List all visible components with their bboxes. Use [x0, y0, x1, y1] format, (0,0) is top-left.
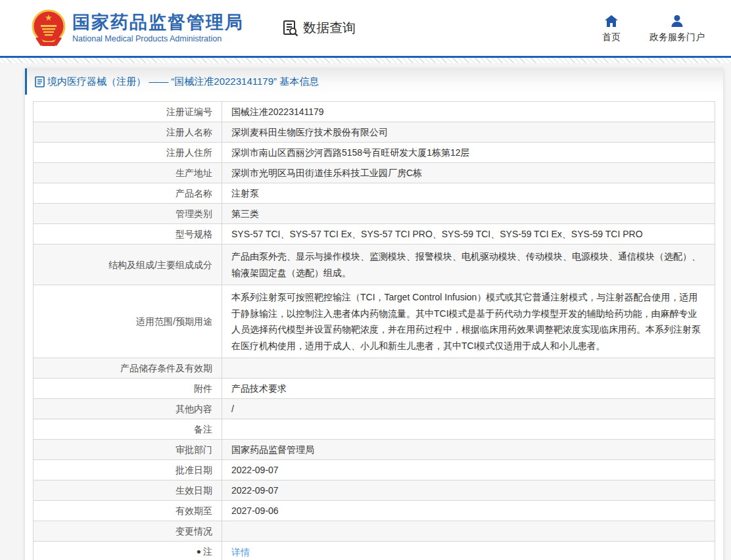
table-row: 适用范围/预期用途本系列注射泵可按照靶控输注（TCI，Target Contro… [34, 285, 715, 358]
info-table-body: 注册证编号国械注准20223141179注册人名称深圳麦科田生物医疗技术股份有限… [34, 102, 715, 560]
row-label: 产品名称 [34, 183, 222, 204]
row-label: 变更情况 [34, 521, 222, 542]
org-title-block: 国家药品监督管理局 National Medical Products Admi… [72, 12, 244, 43]
table-row: 生产地址深圳市光明区马田街道佳乐科技工业园厂房C栋 [34, 163, 715, 183]
table-row: 注册证编号国械注准20223141179 [34, 102, 715, 122]
row-label: 注册证编号 [34, 102, 222, 122]
row-value: SYS-57 TCI、SYS-57 TCI Ex、SYS-57 TCI PRO、… [222, 224, 715, 245]
card-title-bar: 境内医疗器械（注册） —— “国械注准20223141179” 基本信息 [25, 68, 723, 95]
row-value: 第三类 [222, 204, 715, 224]
table-row: 注册人名称深圳麦科田生物医疗技术股份有限公司 [34, 122, 715, 143]
org-name-en: National Medical Products Administration [72, 34, 244, 43]
row-label: 备注 [34, 419, 222, 440]
data-query-section[interactable]: 数据查询 [282, 19, 356, 37]
home-icon [603, 13, 619, 29]
detail-link[interactable]: 详情 [231, 547, 250, 557]
info-card: 境内医疗器械（注册） —— “国械注准20223141179” 基本信息 注册证… [25, 68, 723, 560]
hatch-divider [0, 58, 731, 63]
table-wrap: 注册证编号国械注准20223141179注册人名称深圳麦科田生物医疗技术股份有限… [33, 101, 715, 560]
row-value: 国械注准20223141179 [222, 102, 715, 122]
data-query-label: 数据查询 [303, 19, 356, 37]
page-title: 境内医疗器械（注册） —— “国械注准20223141179” 基本信息 [47, 76, 319, 88]
table-row: 产品名称注射泵 [34, 183, 715, 204]
row-label: 注册人住所 [34, 143, 222, 163]
page-area: 境内医疗器械（注册） —— “国械注准20223141179” 基本信息 注册证… [0, 63, 731, 560]
row-value: 本系列注射泵可按照靶控输注（TCI，Target Control Infusio… [222, 285, 715, 358]
site-header: 国家药品监督管理局 National Medical Products Admi… [0, 0, 731, 58]
row-label: 产品储存条件及有效期 [34, 358, 222, 379]
row-label: 附件 [34, 379, 222, 399]
table-row: 管理类别第三类 [34, 204, 715, 224]
table-row: 批准日期2022-09-07 [34, 460, 715, 480]
org-name-cn: 国家药品监督管理局 [72, 12, 244, 33]
document-icon [35, 76, 45, 87]
table-row: ●注详情 [34, 542, 715, 560]
row-label: 生效日期 [34, 480, 222, 501]
row-label: 结构及组成/主要组成成分 [34, 245, 222, 285]
row-value [222, 521, 715, 542]
table-row: 变更情况 [34, 521, 715, 542]
row-value: 国家药品监督管理局 [222, 440, 715, 460]
top-nav: 首页 政务服务门户 [602, 13, 705, 43]
table-row: 型号规格SYS-57 TCI、SYS-57 TCI Ex、SYS-57 TCI … [34, 224, 715, 245]
row-label: 有效期至 [34, 501, 222, 521]
row-label: 注册人名称 [34, 122, 222, 143]
row-label: 型号规格 [34, 224, 222, 245]
nav-item-label: 首页 [602, 32, 621, 43]
row-label: 生产地址 [34, 163, 222, 183]
row-label: 批准日期 [34, 460, 222, 480]
row-value: 产品技术要求 [222, 379, 715, 399]
row-value: / [222, 399, 715, 419]
table-row: 备注 [34, 419, 715, 440]
note-icon: ● [197, 544, 201, 559]
table-row: 产品储存条件及有效期 [34, 358, 715, 379]
user-icon [669, 13, 685, 29]
row-value: 2022-09-07 [222, 460, 715, 480]
row-value: 2027-09-06 [222, 501, 715, 521]
row-label: 其他内容 [34, 399, 222, 419]
table-row: 审批部门国家药品监督管理局 [34, 440, 715, 460]
table-row: 其他内容/ [34, 399, 715, 419]
row-label: 管理类别 [34, 204, 222, 224]
row-value: 深圳麦科田生物医疗技术股份有限公司 [222, 122, 715, 143]
nav-item-label: 政务服务门户 [649, 32, 705, 43]
nav-item-gov-portal[interactable]: 政务服务门户 [649, 13, 705, 43]
row-label: ●注 [34, 542, 222, 560]
national-emblem-logo [32, 9, 66, 47]
table-row: 注册人住所深圳市南山区西丽沙河西路5158号百旺研发大厦1栋第12层 [34, 143, 715, 163]
table-row: 附件产品技术要求 [34, 379, 715, 399]
row-label: 适用范围/预期用途 [34, 285, 222, 358]
row-label: 审批部门 [34, 440, 222, 460]
table-row: 结构及组成/主要组成成分产品由泵外壳、显示与操作模块、监测模块、报警模块、电机驱… [34, 245, 715, 285]
row-value [222, 358, 715, 379]
row-value: 注射泵 [222, 183, 715, 204]
row-value: 深圳市光明区马田街道佳乐科技工业园厂房C栋 [222, 163, 715, 183]
table-row: 生效日期2022-09-07 [34, 480, 715, 501]
row-value: 2022-09-07 [222, 480, 715, 501]
row-value: 深圳市南山区西丽沙河西路5158号百旺研发大厦1栋第12层 [222, 143, 715, 163]
table-row: 有效期至2027-09-06 [34, 501, 715, 521]
registration-info-table: 注册证编号国械注准20223141179注册人名称深圳麦科田生物医疗技术股份有限… [33, 101, 715, 560]
row-value: 产品由泵外壳、显示与操作模块、监测模块、报警模块、电机驱动模块、传动模块、电源模… [222, 245, 715, 285]
data-query-icon [282, 20, 299, 37]
row-value [222, 419, 715, 440]
row-value: 详情 [222, 542, 715, 560]
nav-item-home[interactable]: 首页 [602, 13, 621, 43]
